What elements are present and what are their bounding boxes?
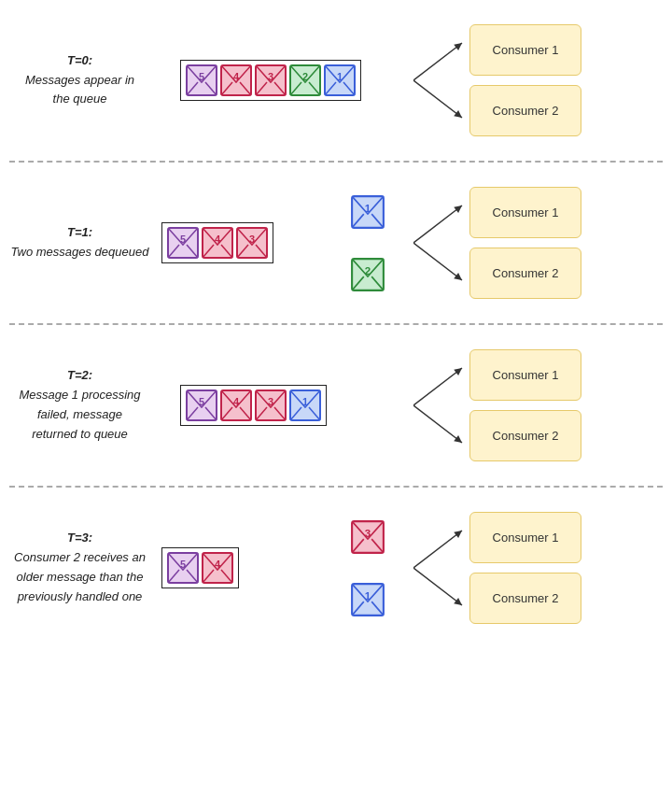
- queue-message: 1: [288, 389, 322, 422]
- consumer-box-0: Consumer 1: [469, 349, 581, 401]
- queue-message: 5: [166, 226, 200, 260]
- svg-line-22: [413, 80, 462, 118]
- section-t1: T=1:Two messages dequeued 5 4 3 1 2 Cons…: [0, 163, 672, 325]
- floating-message: 1: [350, 194, 385, 230]
- svg-marker-87: [454, 598, 462, 605]
- section-label-t3: T=3:Consumer 2 receives anolder message …: [7, 529, 152, 606]
- section-t2: T=2:Message 1 processingfailed, messager…: [0, 325, 672, 488]
- svg-text:1: 1: [337, 71, 343, 82]
- queue-message: 5: [185, 64, 218, 97]
- queue-box: 5 4 3: [161, 222, 273, 263]
- queue-message: 4: [201, 226, 234, 260]
- queue-message: 1: [323, 64, 357, 97]
- queue-message: 4: [219, 64, 253, 97]
- consumer-box-1: Consumer 2: [469, 248, 581, 299]
- queue-message: 5: [185, 389, 218, 422]
- consumer-box-1: Consumer 2: [469, 410, 581, 461]
- section-label-t2: T=2:Message 1 processingfailed, messager…: [7, 366, 152, 444]
- svg-marker-67: [454, 435, 462, 443]
- queue-box: 5 4 3 1: [180, 385, 327, 426]
- section-label-t1: T=1:Two messages dequeued: [7, 223, 152, 262]
- queue-box: 5 4 3 2 1: [180, 60, 361, 101]
- time-label: T=2:: [67, 368, 92, 382]
- queue-message: 2: [288, 64, 322, 97]
- svg-text:4: 4: [233, 71, 240, 82]
- time-label: T=0:: [67, 53, 92, 67]
- svg-text:3: 3: [249, 234, 255, 245]
- svg-marker-23: [454, 110, 462, 118]
- queue-message: 4: [201, 551, 234, 585]
- svg-text:5: 5: [199, 396, 204, 407]
- connector-svg: [413, 503, 469, 633]
- section-t0: T=0:Messages appear inthe queue 5 4 3 2 …: [0, 0, 672, 163]
- connector-svg: [413, 15, 469, 146]
- svg-line-86: [413, 568, 462, 605]
- svg-text:5: 5: [180, 559, 186, 570]
- svg-text:2: 2: [365, 264, 371, 276]
- connector-svg: [413, 340, 469, 471]
- svg-text:3: 3: [365, 527, 371, 539]
- consumer-box-1: Consumer 2: [469, 85, 581, 136]
- svg-marker-45: [454, 205, 462, 213]
- consumer-box-1: Consumer 2: [469, 573, 581, 624]
- queue-message: 3: [254, 64, 287, 97]
- svg-text:4: 4: [215, 234, 221, 245]
- svg-line-20: [413, 43, 462, 80]
- svg-line-64: [413, 368, 462, 405]
- consumer-box-0: Consumer 1: [469, 24, 581, 76]
- svg-text:3: 3: [268, 71, 273, 82]
- svg-marker-47: [454, 273, 462, 280]
- time-label: T=3:: [67, 531, 92, 545]
- time-label: T=1:: [67, 225, 92, 239]
- svg-line-44: [413, 205, 462, 243]
- floating-message: 3: [350, 519, 385, 555]
- consumer-box-0: Consumer 1: [469, 512, 581, 563]
- svg-marker-65: [454, 368, 462, 375]
- queue-message: 3: [254, 389, 287, 422]
- svg-text:1: 1: [365, 589, 371, 602]
- svg-text:4: 4: [233, 396, 240, 407]
- svg-text:5: 5: [180, 234, 186, 245]
- queue-message: 3: [235, 226, 269, 260]
- svg-line-66: [413, 405, 462, 443]
- svg-text:1: 1: [365, 202, 371, 214]
- queue-message: 5: [166, 551, 200, 585]
- floating-message: 1: [350, 582, 385, 617]
- section-label-t0: T=0:Messages appear inthe queue: [7, 51, 152, 109]
- svg-text:2: 2: [302, 71, 308, 82]
- consumer-box-0: Consumer 1: [469, 187, 581, 238]
- svg-marker-21: [454, 43, 462, 50]
- floating-message: 2: [350, 257, 385, 292]
- svg-text:4: 4: [215, 559, 221, 570]
- connector-svg: [413, 177, 469, 308]
- svg-text:3: 3: [268, 396, 273, 407]
- queue-message: 4: [219, 389, 253, 422]
- svg-line-46: [413, 243, 462, 280]
- svg-line-84: [413, 531, 462, 568]
- queue-box: 5 4: [161, 547, 239, 588]
- section-t3: T=3:Consumer 2 receives anolder message …: [0, 488, 672, 648]
- svg-marker-85: [454, 531, 462, 538]
- svg-text:1: 1: [302, 396, 308, 407]
- svg-text:5: 5: [199, 71, 204, 82]
